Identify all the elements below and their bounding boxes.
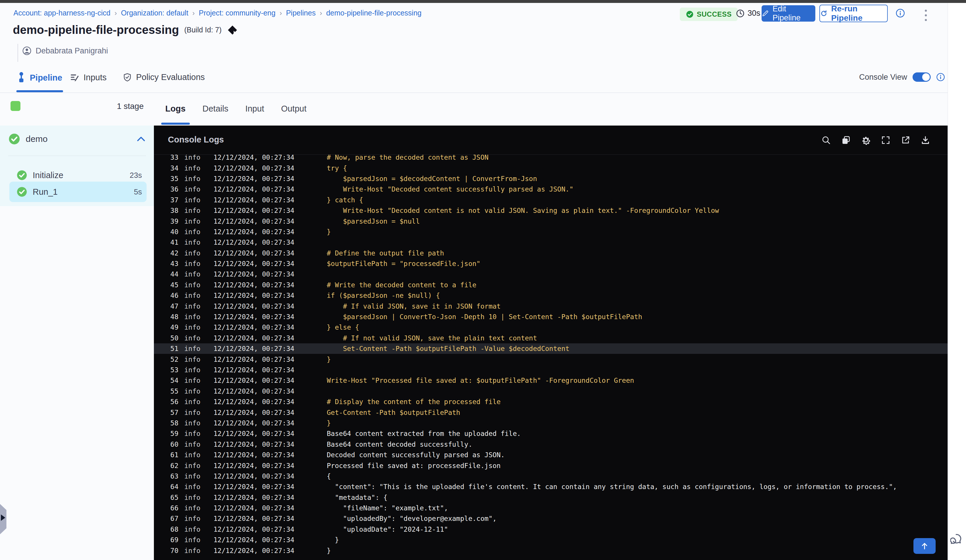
log-line: 43info12/12/2024, 00:27:34$outputFilePat… [154, 258, 948, 269]
log-level: info [184, 196, 203, 204]
log-line-number: 40 [154, 228, 178, 236]
log-level: info [184, 324, 203, 331]
log-timestamp: 12/12/2024, 00:27:34 [214, 409, 297, 416]
log-timestamp: 12/12/2024, 00:27:34 [214, 398, 297, 406]
edit-pipeline-button[interactable]: Edit Pipeline [762, 5, 815, 21]
log-timestamp: 12/12/2024, 00:27:34 [214, 228, 297, 236]
console-tab-logs[interactable]: Logs [165, 104, 186, 113]
stage-status-square [10, 101, 20, 111]
breadcrumb-item[interactable]: Account: app-harness-ng-cicd [13, 9, 110, 17]
log-line-number: 53 [154, 366, 178, 374]
stage-count: 1 stage [96, 102, 144, 111]
tab-pipeline[interactable]: Pipeline [17, 72, 62, 84]
page-title: demo-pipeline-file-processing [13, 23, 179, 36]
log-timestamp: 12/12/2024, 00:27:34 [214, 526, 297, 533]
chevron-up-icon[interactable] [137, 136, 145, 142]
console-view-toggle[interactable] [913, 72, 931, 82]
expand-arrow-icon [1, 514, 5, 521]
log-message: } [327, 536, 339, 544]
log-line: 68info12/12/2024, 00:27:34 "uploadDate":… [154, 524, 948, 535]
breadcrumb-item[interactable]: Organization: default [121, 9, 188, 17]
duration-label: 30s [748, 9, 761, 18]
breadcrumb: Account: app-harness-ng-cicd›Organizatio… [13, 9, 421, 17]
log-scroll-area[interactable]: 33info12/12/2024, 00:27:34# Now, parse t… [154, 155, 948, 560]
console-view-control: Console View [859, 72, 945, 82]
console-title: Console Logs [168, 135, 224, 145]
breadcrumb-item[interactable]: Project: community-eng [199, 9, 276, 17]
log-level: info [184, 451, 203, 459]
log-timestamp: 12/12/2024, 00:27:34 [214, 281, 297, 289]
log-line-number: 67 [154, 515, 178, 522]
log-line: 56info12/12/2024, 00:27:34# Display the … [154, 396, 948, 407]
log-level: info [184, 526, 203, 533]
log-message: # If not valid JSON, save the plain text… [327, 334, 537, 342]
log-level: info [184, 334, 203, 342]
copy-icon[interactable] [841, 135, 851, 145]
tab-inputs[interactable]: Inputs [69, 72, 107, 82]
search-icon[interactable] [821, 135, 831, 145]
pipeline-icon [17, 72, 26, 84]
log-level: info [184, 302, 203, 310]
log-message: Base64 content extracted from the upload… [327, 430, 521, 437]
log-line-number: 66 [154, 504, 178, 512]
log-level: info [184, 228, 203, 236]
fullscreen-icon[interactable] [881, 135, 891, 145]
log-timestamp: 12/12/2024, 00:27:34 [214, 504, 297, 512]
log-line-number: 35 [154, 175, 178, 182]
log-line: 53info12/12/2024, 00:27:34 [154, 365, 948, 375]
log-timestamp: 12/12/2024, 00:27:34 [214, 292, 297, 299]
log-level: info [184, 155, 203, 161]
log-line: 42info12/12/2024, 00:27:34# Define the o… [154, 248, 948, 258]
log-level: info [184, 270, 203, 278]
console-view-info-icon[interactable] [936, 72, 945, 82]
open-in-new-icon[interactable] [900, 135, 911, 145]
log-timestamp: 12/12/2024, 00:27:34 [214, 164, 297, 172]
log-line: 33info12/12/2024, 00:27:34# Now, parse t… [154, 155, 948, 163]
log-message: # Define the output file path [327, 250, 444, 257]
log-level: info [184, 462, 203, 470]
console-tab-details[interactable]: Details [202, 104, 228, 113]
log-line: 55info12/12/2024, 00:27:34 [154, 386, 948, 396]
log-message: { [327, 472, 331, 480]
harness-logo-icon [227, 25, 238, 36]
log-timestamp: 12/12/2024, 00:27:34 [214, 356, 297, 363]
log-line: 41info12/12/2024, 00:27:34 [154, 237, 948, 248]
stage-item-demo[interactable]: demo [8, 131, 145, 146]
log-level: info [184, 345, 203, 352]
log-level: info [184, 440, 203, 448]
log-level: info [184, 260, 203, 268]
log-level: info [184, 313, 203, 320]
log-line-number: 54 [154, 377, 178, 384]
log-line-number: 59 [154, 430, 178, 437]
log-message: $outputFilePath = "processedFile.json" [327, 260, 480, 268]
settings-icon[interactable] [861, 135, 871, 145]
log-level: info [184, 472, 203, 480]
log-timestamp: 12/12/2024, 00:27:34 [214, 260, 297, 268]
tab-policy-evaluations[interactable]: Policy Evaluations [123, 72, 205, 82]
log-line: 63info12/12/2024, 00:27:34{ [154, 471, 948, 481]
rerun-pipeline-button[interactable]: Re-run Pipeline [820, 5, 888, 22]
log-timestamp: 12/12/2024, 00:27:34 [214, 462, 297, 470]
log-timestamp: 12/12/2024, 00:27:34 [214, 366, 297, 374]
step-item-run_1[interactable]: Run_15s [9, 182, 146, 202]
log-timestamp: 12/12/2024, 00:27:34 [214, 175, 297, 182]
log-line-number: 48 [154, 313, 178, 320]
download-icon[interactable] [920, 135, 931, 145]
log-level: info [184, 377, 203, 384]
breadcrumb-item[interactable]: demo-pipeline-file-processing [326, 9, 422, 17]
title-row: demo-pipeline-file-processing (Build Id:… [13, 23, 238, 36]
help-chat-icon[interactable] [950, 532, 964, 547]
console-tab-input[interactable]: Input [245, 104, 264, 113]
user-avatar-icon [22, 46, 31, 56]
breadcrumb-item[interactable]: Pipelines [286, 9, 315, 17]
log-message: "uploadedBy": "developer@example.com", [327, 515, 497, 522]
log-level: info [184, 356, 203, 363]
more-options-icon[interactable] [920, 7, 932, 24]
scroll-to-top-button[interactable] [913, 538, 936, 554]
edit-pipeline-label: Edit Pipeline [772, 4, 815, 23]
log-level: info [184, 164, 203, 172]
log-line: 69info12/12/2024, 00:27:34 } [154, 535, 948, 545]
console-tab-output[interactable]: Output [281, 104, 306, 113]
log-timestamp: 12/12/2024, 00:27:34 [214, 324, 297, 331]
execution-info-icon[interactable] [895, 8, 905, 19]
